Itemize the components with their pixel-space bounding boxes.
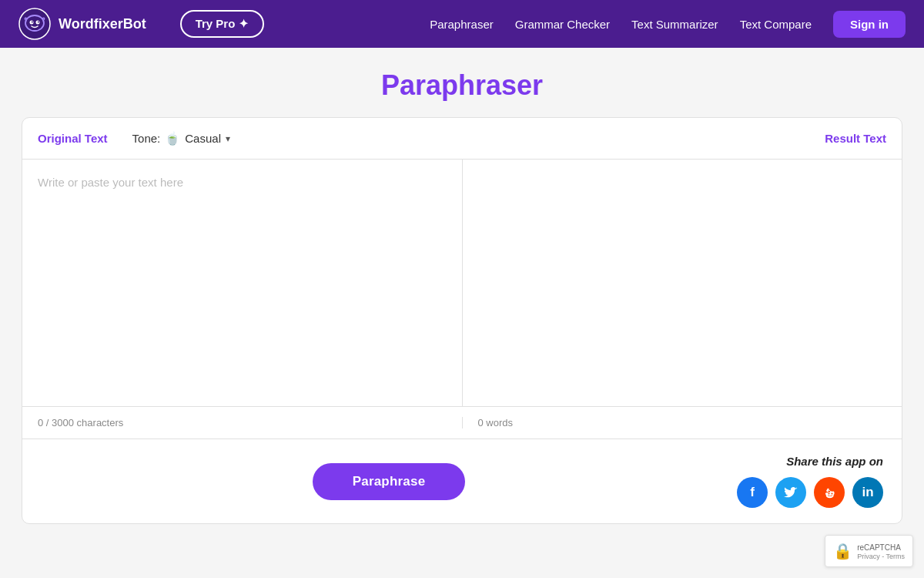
char-count: 0 / 3000 characters bbox=[22, 417, 463, 428]
nav-paraphraser[interactable]: Paraphraser bbox=[430, 18, 494, 31]
tone-selector[interactable]: Tone: 🍵 Casual ▾ bbox=[132, 131, 230, 146]
svg-point-0 bbox=[19, 8, 50, 39]
chevron-down-icon: ▾ bbox=[226, 133, 230, 144]
recaptcha-badge: 🔒 reCAPTCHA Privacy - Terms bbox=[825, 535, 913, 567]
tab-original-text[interactable]: Original Text bbox=[38, 132, 108, 145]
svg-point-5 bbox=[38, 22, 39, 23]
recaptcha-logo-icon: 🔒 bbox=[833, 542, 852, 560]
share-label: Share this app on bbox=[786, 455, 883, 468]
nav-text-compare[interactable]: Text Compare bbox=[740, 18, 812, 31]
share-section: Share this app on f in bbox=[737, 455, 883, 508]
recaptcha-info: reCAPTCHA Privacy - Terms bbox=[857, 543, 905, 560]
signin-button[interactable]: Sign in bbox=[833, 11, 906, 38]
share-facebook-button[interactable]: f bbox=[737, 477, 768, 508]
recaptcha-links: Privacy - Terms bbox=[857, 553, 905, 560]
page-title: Paraphraser bbox=[0, 69, 924, 102]
try-pro-button[interactable]: Try Pro ✦ bbox=[180, 10, 264, 38]
stats-row: 0 / 3000 characters 0 words bbox=[22, 407, 902, 439]
tone-value: Casual bbox=[185, 132, 221, 145]
svg-point-4 bbox=[32, 22, 33, 23]
result-text-panel bbox=[463, 160, 902, 406]
tone-emoji: 🍵 bbox=[165, 131, 180, 146]
logo[interactable]: WordfixerBot bbox=[18, 8, 146, 40]
paraphrase-button[interactable]: Paraphrase bbox=[313, 463, 466, 500]
tone-label: Tone: bbox=[132, 132, 161, 145]
bottom-row: Paraphrase Share this app on f in bbox=[22, 439, 902, 523]
nav-text-summarizer[interactable]: Text Summarizer bbox=[631, 18, 718, 31]
tab-row: Original Text Tone: 🍵 Casual ▾ Result Te… bbox=[22, 118, 902, 160]
nav-links: Paraphraser Grammar Checker Text Summari… bbox=[430, 11, 906, 38]
result-text-area bbox=[478, 173, 887, 389]
tab-result-text[interactable]: Result Text bbox=[778, 132, 886, 145]
original-text-panel bbox=[22, 160, 463, 406]
word-count: 0 words bbox=[463, 417, 902, 428]
navbar: WordfixerBot Try Pro ✦ Paraphraser Gramm… bbox=[0, 0, 924, 48]
share-reddit-button[interactable] bbox=[814, 477, 845, 508]
share-twitter-button[interactable] bbox=[775, 477, 806, 508]
share-linkedin-button[interactable]: in bbox=[852, 477, 883, 508]
original-text-input[interactable] bbox=[38, 173, 447, 389]
recaptcha-text: reCAPTCHA bbox=[857, 543, 905, 553]
text-panels bbox=[22, 160, 902, 407]
share-icons: f in bbox=[737, 477, 883, 508]
nav-grammar-checker[interactable]: Grammar Checker bbox=[515, 18, 610, 31]
paraphrase-section: Paraphrase bbox=[41, 463, 737, 500]
logo-text: WordfixerBot bbox=[59, 16, 146, 32]
main-card: Original Text Tone: 🍵 Casual ▾ Result Te… bbox=[22, 117, 902, 524]
